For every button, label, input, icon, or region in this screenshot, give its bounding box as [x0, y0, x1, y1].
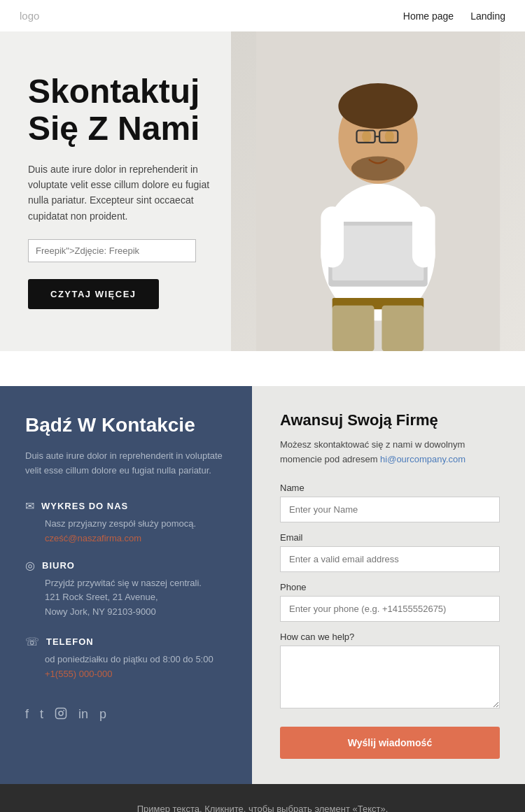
name-field-group: Name — [280, 483, 500, 522]
company-email-link[interactable]: hi@ourcompany.com — [380, 454, 465, 464]
svg-point-9 — [351, 157, 405, 181]
contact-office-header: ◎ BIURO — [25, 559, 227, 572]
hero-description: Duis aute irure dolor in reprehenderit i… — [28, 162, 210, 225]
nav-landing-link[interactable]: Landing — [470, 10, 505, 22]
name-label: Name — [280, 483, 500, 493]
facebook-icon[interactable]: f — [25, 707, 29, 723]
svg-rect-17 — [56, 708, 66, 718]
message-textarea[interactable] — [280, 646, 500, 708]
phone-field-group: Phone — [280, 582, 500, 622]
contact-office-item: ◎ BIURO Przyjdź przywitać się w naszej c… — [25, 559, 227, 620]
svg-point-4 — [362, 131, 371, 143]
contact-office-label: BIURO — [42, 560, 75, 571]
message-field-group: How can we help? — [280, 632, 500, 711]
hero-content: Skontaktuj Się Z Nami Duis aute irure do… — [0, 31, 238, 351]
logo: logo — [20, 10, 39, 22]
svg-rect-12 — [321, 206, 344, 267]
email-field-group: Email — [280, 532, 500, 572]
contact-phone-link[interactable]: +1(555) 000-000 — [25, 669, 227, 679]
contact-phone-item: ☏ TELEFON od poniedziałku do piątku od 8… — [25, 635, 227, 679]
svg-point-5 — [385, 131, 394, 143]
linkedin-icon[interactable]: in — [78, 707, 88, 723]
nav-links: Home page Landing — [403, 10, 505, 22]
contact-email-label: WYKRES DO NAS — [41, 501, 128, 511]
contact-office-address2: Nowy Jork, NY 92103-9000 — [25, 605, 227, 620]
svg-point-3 — [338, 83, 417, 129]
contact-email-header: ✉ WYKRES DO NAS — [25, 499, 227, 513]
navbar: logo Home page Landing — [0, 0, 525, 31]
contact-phone-label: TELEFON — [46, 636, 94, 647]
phone-icon: ☏ — [25, 635, 39, 648]
form-title: Awansuj Swoją Firmę — [280, 411, 500, 429]
footer: Пример текста. Кликните, чтобы выбрать э… — [0, 784, 525, 812]
twitter-icon[interactable]: t — [40, 707, 43, 723]
phone-label: Phone — [280, 582, 500, 592]
instagram-icon[interactable] — [55, 707, 67, 723]
svg-rect-13 — [412, 206, 435, 267]
email-icon: ✉ — [25, 499, 34, 513]
email-label: Email — [280, 532, 500, 543]
email-input[interactable] — [280, 546, 500, 572]
contact-phone-header: ☏ TELEFON — [25, 635, 227, 648]
footer-text: Пример текста. Кликните, чтобы выбрать э… — [137, 804, 388, 812]
hero-image — [231, 31, 525, 351]
hero-input[interactable] — [28, 239, 196, 262]
contact-left-title: Bądź W Kontakcie — [25, 414, 227, 436]
contact-left: Bądź W Kontakcie Duis aute irure dolor i… — [0, 386, 252, 784]
svg-point-18 — [59, 711, 63, 715]
nav-home-link[interactable]: Home page — [403, 10, 454, 22]
social-icons: f t in p — [25, 707, 227, 723]
svg-rect-16 — [382, 306, 424, 351]
hero-title: Skontaktuj Się Z Nami — [28, 73, 210, 148]
svg-rect-11 — [332, 226, 424, 280]
pinterest-icon[interactable]: p — [99, 707, 106, 723]
contact-office-text: Przyjdź przywitać się w naszej centrali. — [25, 576, 227, 591]
form-intro: Możesz skontaktować się z nami w dowolny… — [280, 438, 500, 467]
contact-phone-hours: od poniedziałku do piątku od 8:00 do 5:0… — [25, 653, 227, 667]
read-more-button[interactable]: CZYTAJ WIĘCEJ — [28, 279, 159, 309]
contact-section: Bądź W Kontakcie Duis aute irure dolor i… — [0, 386, 525, 784]
section-gap — [0, 351, 525, 386]
contact-email-item: ✉ WYKRES DO NAS Nasz przyjazny zespół sł… — [25, 499, 227, 543]
contact-left-description: Duis aute irure dolor in reprehenderit i… — [25, 449, 227, 478]
contact-email-text: Nasz przyjazny zespół służy pomocą. — [25, 517, 227, 532]
location-icon: ◎ — [25, 559, 35, 572]
svg-rect-15 — [332, 306, 374, 351]
contact-office-address1: 121 Rock Sreet, 21 Avenue, — [25, 590, 227, 605]
name-input[interactable] — [280, 497, 500, 522]
contact-email-link[interactable]: cześć@naszafirma.com — [25, 533, 227, 543]
contact-right: Awansuj Swoją Firmę Możesz skontaktować … — [252, 386, 525, 784]
hero-section: Skontaktuj Się Z Nami Duis aute irure do… — [0, 31, 525, 351]
submit-button[interactable]: Wyślij wiadomość — [280, 727, 500, 759]
message-label: How can we help? — [280, 632, 500, 642]
svg-point-19 — [63, 710, 64, 711]
phone-input[interactable] — [280, 596, 500, 622]
